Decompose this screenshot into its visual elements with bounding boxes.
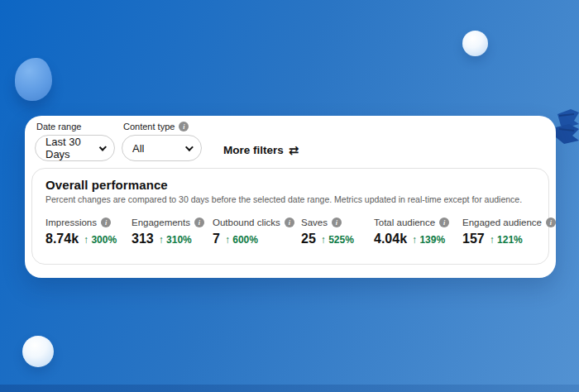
metric-value: 25 [301, 232, 316, 246]
up-arrow-icon: ↑ [225, 234, 230, 246]
metric-change-percent: 310% [166, 234, 192, 246]
more-filters-label: More filters [223, 144, 284, 156]
metric-change: ↑ 525% [321, 234, 354, 246]
content-type-filter: Content type i All [122, 121, 202, 161]
metric-label: Engaged audience [462, 218, 542, 227]
info-icon[interactable]: i [332, 218, 342, 227]
metric-label: Total audience [374, 218, 435, 227]
metric-change-percent: 525% [328, 234, 354, 246]
info-icon[interactable]: i [439, 218, 449, 227]
metric-label: Engagements [132, 218, 190, 227]
metric-change-percent: 300% [91, 234, 117, 246]
metric-column: Impressions i 8.74k ↑ 300% [45, 217, 132, 246]
decor-blob [15, 58, 52, 101]
decor-sphere-bottom [22, 336, 54, 367]
metric-value: 7 [213, 232, 220, 246]
up-arrow-icon: ↑ [321, 234, 326, 246]
up-arrow-icon: ↑ [84, 234, 89, 246]
up-arrow-icon: ↑ [490, 234, 495, 246]
up-arrow-icon: ↑ [412, 234, 417, 246]
metric-value: 4.04k [374, 232, 407, 246]
content-type-value: All [132, 142, 144, 155]
panel-title: Overall performance [45, 178, 535, 192]
metric-column: Outbound clicks i 7 ↑ 600% [213, 217, 301, 246]
info-icon[interactable]: i [101, 218, 111, 227]
up-arrow-icon: ↑ [159, 234, 164, 246]
filters-icon: ⇄ [289, 144, 299, 156]
metric-change: ↑ 300% [84, 234, 117, 246]
metric-label: Impressions [45, 218, 97, 227]
metric-change-percent: 600% [232, 234, 258, 246]
metric-value: 313 [132, 232, 154, 246]
date-range-filter: Date range Last 30 Days [35, 121, 115, 161]
metric-change-percent: 121% [497, 234, 523, 246]
analytics-card: Date range Last 30 Days Content type i A… [25, 116, 556, 278]
metrics-row: Impressions i 8.74k ↑ 300% Engagements i… [45, 217, 535, 246]
date-range-label: Date range [36, 122, 81, 131]
overall-performance-panel: Overall performance Percent changes are … [31, 168, 549, 265]
more-filters-button[interactable]: More filters ⇄ [223, 144, 299, 156]
decor-sphere-top [462, 31, 488, 56]
metric-value: 157 [462, 232, 485, 246]
info-icon[interactable]: i [285, 218, 294, 227]
metric-change: ↑ 310% [159, 234, 192, 246]
chevron-down-icon [185, 143, 194, 151]
content-type-label: Content type [123, 122, 175, 131]
info-icon[interactable]: i [546, 218, 556, 227]
content-type-select[interactable]: All [122, 135, 202, 161]
metric-change: ↑ 600% [225, 234, 258, 246]
info-icon[interactable]: i [194, 218, 204, 227]
metric-column: Engaged audience i 157 ↑ 121% [462, 217, 553, 246]
chevron-down-icon [99, 143, 107, 151]
metric-column: Engagements i 313 ↑ 310% [132, 217, 213, 246]
filters-bar: Date range Last 30 Days Content type i A… [31, 121, 549, 168]
metric-column: Total audience i 4.04k ↑ 139% [374, 217, 462, 246]
panel-subtitle: Percent changes are compared to 30 days … [45, 194, 535, 204]
info-icon[interactable]: i [179, 122, 189, 131]
metric-change: ↑ 121% [490, 234, 523, 246]
metric-value: 8.74k [45, 232, 79, 246]
metric-label: Outbound clicks [213, 218, 280, 227]
date-range-value: Last 30 Days [45, 136, 93, 160]
decor-bottom-band [0, 385, 579, 392]
date-range-select[interactable]: Last 30 Days [35, 135, 115, 161]
metric-change-percent: 139% [419, 234, 445, 246]
metric-column: Saves i 25 ↑ 525% [301, 217, 374, 246]
metric-label: Saves [301, 218, 328, 227]
metric-change: ↑ 139% [412, 234, 445, 246]
